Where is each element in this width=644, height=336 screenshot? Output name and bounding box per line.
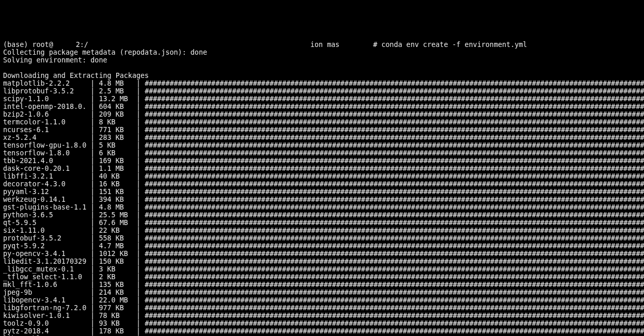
pipe: | (86, 234, 99, 242)
package-row: toolz-0.9.0 | 93 KB | ##################… (3, 319, 641, 327)
progress-bar: ########################################… (145, 227, 644, 234)
progress-bar: ########################################… (145, 134, 644, 141)
progress-bar: ########################################… (145, 304, 644, 312)
pipe: | (86, 203, 99, 211)
prompt-user: root@ (32, 41, 53, 49)
progress-bar: ########################################… (145, 258, 644, 265)
package-name: tensorflow-1.8.0 (3, 149, 86, 157)
pipe: | (86, 165, 99, 172)
progress-bar: ########################################… (145, 312, 644, 319)
progress-bar: ########################################… (145, 95, 644, 103)
package-name: kiwisolver-1.0.1 (3, 312, 86, 319)
package-size: 8 KB (99, 118, 132, 126)
prompt-path-sep: 2:/ (76, 41, 88, 49)
status-line: Collecting package metadata (repodata.js… (3, 49, 641, 56)
pipe: | (86, 312, 99, 319)
package-name: intel-openmp-2018.0. (3, 103, 86, 110)
package-name: pyqt-5.9.2 (3, 242, 86, 250)
pipe: | (132, 203, 145, 211)
pipe: | (132, 172, 145, 180)
package-size: 2.5 MB (99, 87, 132, 95)
package-name: pytz-2018.4 (3, 327, 86, 335)
pipe: | (132, 227, 145, 234)
pipe: | (132, 188, 145, 196)
pipe: | (132, 149, 145, 157)
progress-bar: ########################################… (145, 265, 644, 273)
package-name: termcolor-1.1.0 (3, 118, 86, 126)
pipe: | (132, 157, 145, 165)
package-size: 13.2 MB (99, 95, 132, 103)
pipe: | (132, 126, 145, 134)
pipe: | (132, 281, 145, 289)
pipe: | (132, 296, 145, 304)
pipe: | (86, 134, 99, 141)
pipe: | (86, 196, 99, 203)
pipe: | (132, 110, 145, 118)
progress-bar: ########################################… (145, 110, 644, 118)
package-name: ncurses-6.1 (3, 126, 86, 134)
pipe: | (86, 110, 99, 118)
pipe: | (86, 304, 99, 312)
package-size: 1.1 MB (99, 165, 132, 172)
pipe: | (86, 118, 99, 126)
progress-bar: ########################################… (145, 319, 644, 327)
package-row: dask-core-0.20.1 | 1.1 MB | ############… (3, 165, 641, 172)
prompt-line: (base) root@2:/ion mas# conda env create… (3, 41, 641, 49)
package-row: six-1.11.0 | 22 KB | ###################… (3, 227, 641, 234)
package-row: pyqt-5.9.2 | 4.7 MB | ##################… (3, 242, 641, 250)
pipe: | (86, 327, 99, 335)
progress-bar: ########################################… (145, 126, 644, 134)
pipe: | (132, 95, 145, 103)
terminal-output[interactable]: (base) root@2:/ion mas# conda env create… (0, 39, 644, 336)
package-size: 209 KB (99, 110, 132, 118)
package-row: scipy-1.1.0 | 13.2 MB | ################… (3, 95, 641, 103)
status-line: Solving environment: done (3, 56, 641, 64)
package-size: 93 KB (99, 319, 132, 327)
pipe: | (132, 289, 145, 296)
package-size: 4.7 MB (99, 242, 132, 250)
redacted-host (53, 42, 76, 49)
prompt-command: conda env create -f environment.yml (382, 41, 527, 49)
package-row: kiwisolver-1.0.1 | 78 KB | #############… (3, 312, 641, 319)
progress-bar: ########################################… (145, 157, 644, 165)
pipe: | (86, 281, 99, 289)
package-size: 6 KB (99, 149, 132, 157)
package-row: libgfortran-ng-7.2.0 | 977 KB | ########… (3, 304, 641, 312)
progress-bar: ########################################… (145, 211, 644, 219)
pipe: | (132, 118, 145, 126)
package-size: 558 KB (99, 234, 132, 242)
package-row: protobuf-3.5.2 | 558 KB | ##############… (3, 234, 641, 242)
progress-bar: ########################################… (145, 219, 644, 227)
package-name: werkzeug-0.14.1 (3, 196, 86, 203)
package-name: dask-core-0.20.1 (3, 165, 86, 172)
pipe: | (86, 141, 99, 149)
progress-bar: ########################################… (145, 242, 644, 250)
pipe: | (86, 87, 99, 95)
package-row: tensorflow-gpu-1.8.0 | 5 KB | ##########… (3, 141, 641, 149)
package-row: jpeg-9b | 214 KB | #####################… (3, 289, 641, 296)
pipe: | (132, 180, 145, 188)
package-name: six-1.11.0 (3, 227, 86, 234)
pipe: | (86, 219, 99, 227)
package-size: 1012 KB (99, 250, 132, 258)
progress-bar: ########################################… (145, 149, 644, 157)
package-size: 5 KB (99, 141, 132, 149)
package-size: 22.0 MB (99, 296, 132, 304)
package-name: qt-5.9.5 (3, 219, 86, 227)
package-row: qt-5.9.5 | 67.6 MB | ###################… (3, 219, 641, 227)
status-line (3, 64, 641, 72)
progress-bar: ########################################… (145, 234, 644, 242)
package-row: intel-openmp-2018.0. | 604 KB | ########… (3, 103, 641, 110)
package-name: scipy-1.1.0 (3, 95, 86, 103)
package-size: 4.8 MB (99, 203, 132, 211)
pipe: | (132, 250, 145, 258)
pipe: | (132, 234, 145, 242)
package-row: _tflow_select-1.1.0 | 2 KB | ###########… (3, 273, 641, 281)
progress-bar: ########################################… (145, 180, 644, 188)
package-row: libedit-3.1.20170329 | 150 KB | ########… (3, 258, 641, 265)
progress-bar: ########################################… (145, 296, 644, 304)
progress-bar: ########################################… (145, 203, 644, 211)
package-name: libedit-3.1.20170329 (3, 258, 86, 265)
pipe: | (86, 188, 99, 196)
pipe: | (132, 211, 145, 219)
